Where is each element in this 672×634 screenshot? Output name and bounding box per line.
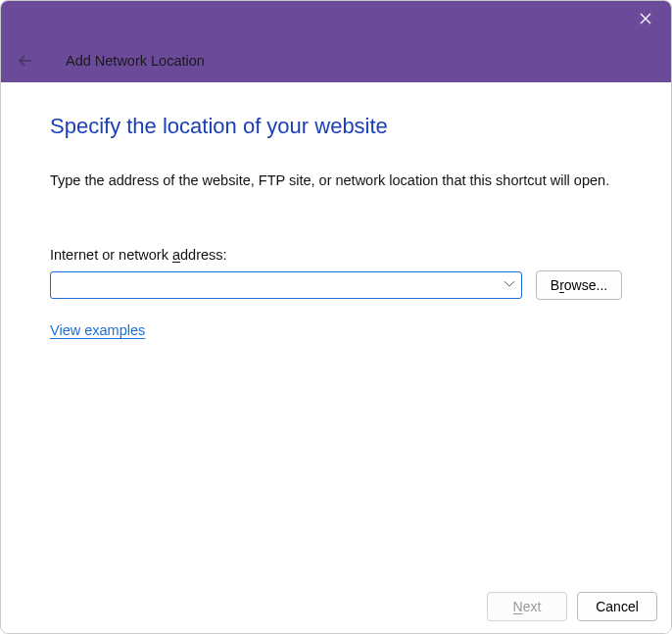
content-area: Specify the location of your website Typ… — [1, 82, 671, 580]
footer: Next Cancel — [1, 580, 671, 633]
wizard-header: Add Network Location — [1, 38, 671, 82]
back-arrow-icon[interactable] — [15, 50, 36, 72]
wizard-title: Add Network Location — [66, 53, 205, 69]
address-combobox[interactable] — [50, 271, 522, 299]
page-heading: Specify the location of your website — [50, 114, 622, 139]
address-row: Browse... — [50, 270, 622, 300]
wizard-window: Add Network Location Specify the locatio… — [0, 0, 672, 634]
view-examples-link[interactable]: View examples — [50, 322, 145, 338]
cancel-button[interactable]: Cancel — [577, 592, 657, 621]
browse-button[interactable]: Browse... — [536, 270, 622, 300]
titlebar — [1, 1, 671, 38]
close-icon[interactable] — [634, 7, 657, 30]
next-button: Next — [487, 592, 567, 621]
address-label: Internet or network address: — [50, 247, 622, 263]
instruction-text: Type the address of the website, FTP sit… — [50, 171, 622, 190]
address-input[interactable] — [51, 272, 521, 298]
